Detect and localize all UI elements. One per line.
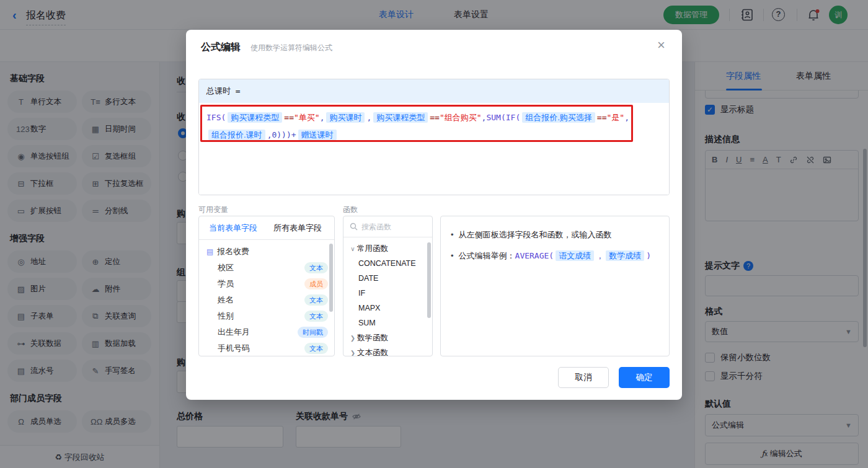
formula-editor: 总课时 = IFS(购买课程类型=="单买",购买课时,购买课程类型=="组合购… (198, 79, 670, 195)
form-doc-icon: ▤ (206, 247, 213, 256)
variables-root-node[interactable]: ▤报名收费 (199, 244, 334, 260)
field-token[interactable]: 购买课程类型 (228, 112, 282, 123)
field-token[interactable]: 购买课时 (326, 112, 365, 123)
field-type-badge: 文本 (304, 343, 328, 354)
field-token[interactable]: 语文成绩 (556, 250, 594, 261)
modal-title: 公式编辑 (201, 41, 241, 54)
functions-panel: ∨常用函数CONCATENATEDATEIFMAPXSUM❯数学函数❯文本函数 (343, 216, 433, 356)
formula-token: ) (646, 251, 651, 260)
function-item[interactable]: SUM (343, 316, 432, 330)
confirm-button[interactable]: 确定 (619, 367, 670, 388)
formula-token: , (366, 113, 371, 122)
formula-token: "单买" (294, 113, 320, 122)
function-search-input[interactable] (361, 223, 420, 231)
function-group-row[interactable]: ∨常用函数 (343, 241, 432, 256)
chevron-collapsed-icon: ❯ (348, 335, 357, 342)
formula-token: == (284, 113, 294, 122)
function-search[interactable] (343, 216, 432, 237)
chevron-collapsed-icon: ❯ (348, 350, 357, 356)
field-token[interactable]: 组合报价.购买选择 (522, 112, 595, 123)
formula-token: , (320, 113, 325, 122)
variables-scrollbar[interactable] (329, 244, 333, 312)
variable-field-name: 手机号码 (218, 343, 250, 354)
variable-field-row[interactable]: 性别文本 (199, 308, 334, 324)
formula-token: SUM(IF( (486, 113, 520, 122)
field-type-badge: 文本 (304, 311, 328, 322)
function-item[interactable]: CONCATENATE (343, 256, 432, 271)
functions-scrollbar[interactable] (427, 242, 431, 318)
cancel-button[interactable]: 取消 (558, 367, 609, 388)
formula-token: ,0)))+ (267, 130, 296, 139)
variables-label: 可用变量 (198, 205, 228, 215)
bullet-icon: • (451, 249, 454, 263)
variable-field-name: 出生年月 (218, 327, 250, 338)
variable-field-row[interactable]: 学员成员 (199, 276, 334, 292)
variables-panel: 当前表单字段 所有表单字段 ▤报名收费校区文本学员成员姓名文本性别文本出生年月时… (198, 216, 335, 356)
variable-field-name: 校区 (218, 262, 234, 273)
function-item[interactable]: MAPX (343, 301, 432, 316)
variable-field-row[interactable]: 手机号码文本 (199, 340, 334, 356)
formula-token: == (597, 113, 607, 122)
formula-target-field: 总课时 = (199, 79, 669, 103)
search-icon (350, 223, 358, 231)
tip-item: • 从左侧面板选择字段名和函数，或输入函数 (451, 227, 659, 242)
formula-expression[interactable]: IFS(购买课程类型=="单买",购买课时,购买课程类型=="组合购买",SUM… (206, 109, 640, 144)
formula-token: AVERAGE( (515, 251, 554, 260)
field-token[interactable]: 组合报价.课时 (208, 130, 265, 140)
field-type-badge: 文本 (304, 294, 328, 306)
formula-token: ， (596, 251, 604, 260)
tip-item: • 公式编辑举例：AVERAGE(语文成绩，数学成绩) (451, 249, 659, 263)
variable-field-name: 姓名 (218, 294, 234, 306)
tips-panel: • 从左侧面板选择字段名和函数，或输入函数 • 公式编辑举例：AVERAGE(语… (440, 216, 670, 356)
field-type-badge: 时间戳 (298, 327, 328, 338)
close-icon[interactable]: × (657, 38, 665, 52)
variable-field-name: 性别 (218, 311, 234, 322)
field-token[interactable]: 数学成绩 (606, 250, 644, 261)
chevron-expanded-icon: ∨ (348, 245, 357, 252)
variable-field-row[interactable]: 校区文本 (199, 260, 334, 276)
app-window: ‹ 报名收费 表单设计 表单设置 数据管理 ? 训 (0, 0, 868, 468)
field-type-badge: 文本 (304, 262, 328, 273)
formula-token: , (624, 113, 629, 122)
formula-token: IFS( (206, 113, 226, 122)
variable-field-row[interactable]: 出生年月时间戳 (199, 324, 334, 340)
formula-token: == (430, 113, 440, 122)
function-item[interactable]: DATE (343, 271, 432, 286)
function-item[interactable]: IF (343, 286, 432, 301)
bullet-icon: • (451, 227, 454, 242)
field-type-badge: 成员 (304, 278, 328, 289)
formula-token: "组合购买" (440, 113, 482, 122)
function-group-row[interactable]: ❯数学函数 (343, 330, 432, 345)
modal-subtitle: 使用数学运算符编辑公式 (250, 43, 332, 53)
tab-all-form-fields[interactable]: 所有表单字段 (273, 223, 322, 234)
formula-token: "是" (607, 113, 625, 122)
tab-current-form-fields[interactable]: 当前表单字段 (209, 223, 257, 234)
variables-tabs: 当前表单字段 所有表单字段 (199, 216, 334, 240)
formula-edit-modal: 公式编辑 使用数学运算符编辑公式 × 总课时 = IFS(购买课程类型=="单买… (186, 30, 682, 400)
functions-label: 函数 (343, 205, 358, 215)
field-token[interactable]: 赠送课时 (298, 130, 337, 140)
function-group-row[interactable]: ❯文本函数 (343, 345, 432, 356)
variable-field-name: 学员 (218, 278, 234, 289)
formula-input-area[interactable]: IFS(购买课程类型=="单买",购买课时,购买课程类型=="组合购买",SUM… (199, 103, 669, 195)
field-token[interactable]: 购买课程类型 (373, 112, 428, 123)
variable-field-row[interactable]: 姓名文本 (199, 292, 334, 308)
